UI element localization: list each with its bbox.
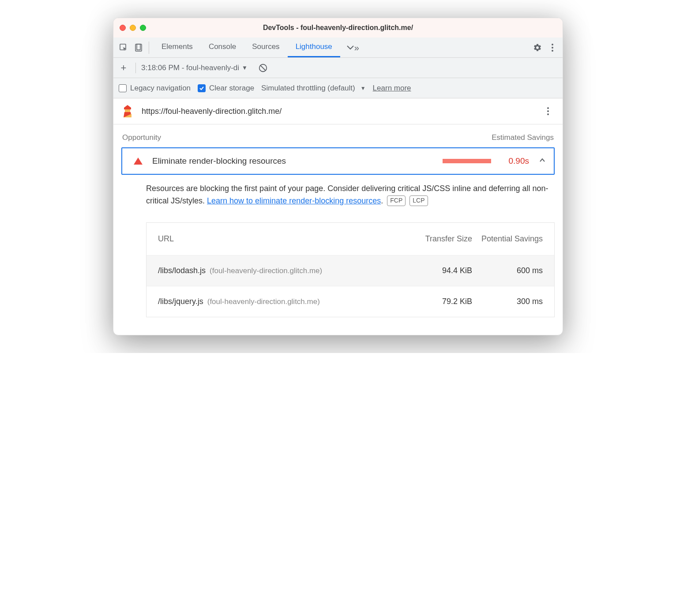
section-header: Opportunity Estimated Savings: [121, 131, 555, 147]
row-url-path: /libs/jquery.js: [158, 297, 203, 306]
savings-heading: Estimated Savings: [492, 133, 554, 142]
row-savings: 600 ms: [472, 266, 543, 275]
tabs-overflow-button[interactable]: »: [340, 43, 365, 52]
opportunity-heading: Opportunity: [122, 133, 161, 142]
close-window-button[interactable]: [120, 25, 126, 31]
row-size: 79.2 KiB: [410, 297, 472, 306]
row-savings: 300 ms: [472, 297, 543, 306]
legacy-navigation-checkbox[interactable]: Legacy navigation: [119, 84, 191, 93]
devtools-window: DevTools - foul-heavenly-direction.glitc…: [113, 18, 563, 335]
audit-render-blocking[interactable]: Eliminate render-blocking resources 0.90…: [121, 147, 555, 175]
clear-report-icon[interactable]: [258, 63, 268, 73]
audit-description: Resources are blocking the first paint o…: [121, 175, 555, 212]
learn-more-link[interactable]: Learn more: [373, 84, 411, 93]
tabs-bar: Elements Console Sources Lighthouse »: [113, 38, 563, 58]
audit-learn-link[interactable]: Learn how to eliminate render-blocking r…: [207, 196, 381, 205]
tab-elements[interactable]: Elements: [154, 38, 201, 57]
settings-icon[interactable]: [530, 40, 545, 55]
row-url-host: (foul-heavenly-direction.glitch.me): [210, 267, 322, 275]
report-select-dropdown[interactable]: 3:18:06 PM - foul-heavenly-di ▼: [141, 64, 248, 72]
audit-desc-tail: .: [381, 196, 383, 205]
report-url: https://foul-heavenly-direction.glitch.m…: [142, 107, 533, 116]
legacy-navigation-label: Legacy navigation: [130, 84, 191, 93]
chevron-down-icon: ▼: [361, 85, 366, 91]
window-title: DevTools - foul-heavenly-direction.glitc…: [113, 24, 563, 32]
th-url: URL: [158, 234, 410, 244]
svg-rect-6: [125, 109, 130, 112]
th-size: Transfer Size: [410, 233, 472, 244]
report-select-label: 3:18:06 PM - foul-heavenly-di: [141, 64, 239, 72]
traffic-lights: [120, 25, 146, 31]
tabs-list: Elements Console Sources Lighthouse: [154, 38, 340, 57]
svg-rect-0: [120, 44, 126, 50]
th-savings: Potential Savings: [472, 233, 543, 244]
report-content: Opportunity Estimated Savings Eliminate …: [113, 124, 563, 335]
report-menu-button[interactable]: [541, 104, 556, 119]
minimize-window-button[interactable]: [130, 25, 136, 31]
titlebar: DevTools - foul-heavenly-direction.glitc…: [113, 18, 563, 38]
table-header: URL Transfer Size Potential Savings: [146, 223, 554, 255]
svg-marker-5: [124, 105, 131, 109]
svg-rect-2: [137, 44, 140, 50]
zoom-window-button[interactable]: [140, 25, 146, 31]
resources-table: URL Transfer Size Potential Savings /lib…: [146, 222, 555, 317]
clear-storage-checkbox[interactable]: Clear storage: [198, 84, 254, 93]
tag-fcp: FCP: [387, 195, 406, 206]
report-url-bar: https://foul-heavenly-direction.glitch.m…: [113, 98, 563, 124]
new-report-button[interactable]: +: [117, 62, 130, 74]
row-size: 94.4 KiB: [410, 266, 472, 275]
inspect-element-icon[interactable]: [116, 40, 131, 55]
device-toolbar-icon[interactable]: [131, 40, 146, 55]
throttling-dropdown[interactable]: Simulated throttling (default) ▼: [261, 84, 366, 93]
tab-console[interactable]: Console: [201, 38, 244, 57]
tag-lcp: LCP: [409, 195, 428, 206]
table-row[interactable]: /libs/lodash.js (foul-heavenly-direction…: [146, 255, 554, 286]
row-url-host: (foul-heavenly-direction.glitch.me): [207, 297, 320, 306]
savings-bar: [443, 159, 491, 163]
row-url-path: /libs/lodash.js: [158, 266, 206, 275]
clear-storage-label: Clear storage: [209, 84, 254, 93]
chevron-down-icon: ▼: [242, 64, 248, 71]
chevron-up-icon: [539, 157, 546, 165]
checkbox-checked-icon: [198, 84, 206, 92]
more-menu-icon[interactable]: [545, 40, 560, 55]
lighthouse-logo-icon: [120, 104, 135, 118]
tab-lighthouse[interactable]: Lighthouse: [288, 38, 340, 57]
table-row[interactable]: /libs/jquery.js (foul-heavenly-direction…: [146, 286, 554, 317]
report-toolbar: + 3:18:06 PM - foul-heavenly-di ▼: [113, 58, 563, 78]
options-bar: Legacy navigation Clear storage Simulate…: [113, 78, 563, 98]
checkbox-icon: [119, 84, 127, 92]
svg-line-4: [260, 65, 265, 70]
savings-value: 0.90s: [498, 156, 529, 166]
audit-title: Eliminate render-blocking resources: [152, 156, 436, 166]
throttling-label: Simulated throttling (default): [261, 84, 355, 93]
tab-sources[interactable]: Sources: [244, 38, 287, 57]
fail-triangle-icon: [134, 158, 143, 165]
